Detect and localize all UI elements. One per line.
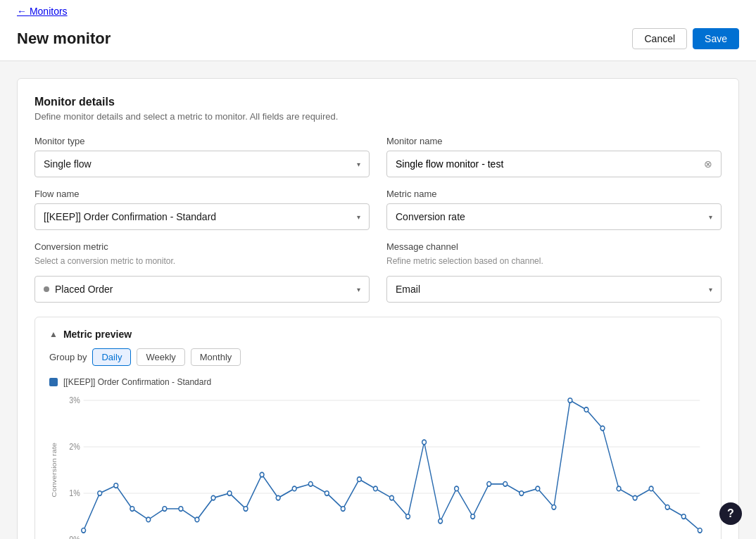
data-point	[308, 482, 313, 487]
conversion-metric-value: Placed Order	[55, 284, 113, 295]
form-grid: Monitor type Single flow ▾ Monitor name …	[34, 136, 722, 303]
metric-name-value: Conversion rate	[396, 211, 465, 222]
data-point	[681, 514, 686, 519]
cancel-button[interactable]: Cancel	[632, 28, 687, 49]
data-point	[390, 495, 394, 500]
data-point	[455, 486, 459, 491]
chevron-down-icon: ▾	[357, 286, 360, 293]
conversion-metric-help: Select a conversion metric to monitor.	[34, 256, 370, 266]
data-point	[422, 440, 427, 445]
group-daily-button[interactable]: Daily	[92, 348, 131, 366]
group-by-controls: Group by Daily Weekly Monthly	[49, 348, 707, 366]
monitor-name-input[interactable]	[396, 158, 704, 170]
legend-label: [[KEEP]] Order Confirmation - Standard	[63, 377, 211, 387]
collapse-icon[interactable]: ▲	[49, 329, 58, 339]
svg-text:0%: 0%	[69, 535, 80, 539]
data-point	[373, 486, 377, 491]
svg-text:Conversion rate: Conversion rate	[50, 443, 57, 497]
data-point	[292, 486, 296, 491]
metric-preview-card: ▲ Metric preview Group by Daily Weekly M…	[34, 317, 722, 539]
help-button[interactable]: ?	[719, 502, 742, 525]
metric-name-select[interactable]: Conversion rate ▾	[386, 203, 722, 230]
monitor-type-value: Single flow	[44, 158, 92, 170]
data-point	[698, 528, 702, 533]
data-point	[82, 528, 86, 533]
data-point	[519, 491, 524, 496]
section-title: Monitor details	[34, 96, 722, 108]
svg-text:1%: 1%	[69, 489, 80, 498]
message-channel-value: Email	[396, 284, 420, 295]
legend-color-swatch	[49, 378, 58, 386]
back-label: Monitors	[30, 6, 68, 17]
metric-preview-title: Metric preview	[63, 329, 132, 340]
placed-order-dot	[44, 286, 49, 292]
data-point	[471, 514, 475, 519]
chart-container: 3% 2% 1% 0% Conversion rate	[49, 393, 707, 539]
message-channel-label: Message channel	[386, 241, 722, 252]
flow-name-group: Flow name [[KEEP]] Order Confirmation - …	[34, 189, 370, 230]
data-point	[146, 517, 151, 522]
svg-text:2%: 2%	[69, 443, 80, 452]
data-point	[503, 482, 508, 487]
page-title: New monitor	[17, 30, 111, 48]
data-point	[357, 477, 361, 482]
data-point	[600, 426, 605, 431]
section-subtitle: Define monitor details and select a metr…	[34, 111, 722, 122]
metric-name-group: Metric name Conversion rate ▾	[386, 189, 722, 230]
data-point	[633, 495, 637, 500]
data-point	[552, 505, 556, 510]
data-point	[276, 495, 280, 500]
monitor-type-label: Monitor type	[34, 136, 370, 146]
header-actions: Cancel Save	[632, 28, 739, 49]
clear-icon[interactable]: ⊗	[704, 158, 712, 170]
conversion-metric-select[interactable]: Placed Order ▾	[34, 276, 370, 303]
monitor-name-label: Monitor name	[386, 136, 722, 146]
data-point	[179, 507, 183, 512]
message-channel-group: Message channel Refine metric selection …	[386, 241, 722, 303]
data-point	[195, 517, 199, 522]
group-weekly-button[interactable]: Weekly	[137, 348, 184, 366]
data-point	[568, 398, 572, 403]
monitor-name-field-wrapper: ⊗	[386, 151, 722, 177]
chart-legend: [[KEEP]] Order Confirmation - Standard	[49, 377, 707, 387]
data-point	[649, 486, 653, 491]
flow-name-select[interactable]: [[KEEP]] Order Confirmation - Standard ▾	[34, 203, 370, 230]
back-arrow: ←	[17, 6, 30, 17]
data-point	[487, 482, 491, 487]
monitor-type-select[interactable]: Single flow ▾	[34, 151, 370, 177]
data-point	[406, 514, 410, 519]
conversion-metric-value-wrapper: Placed Order	[44, 284, 113, 295]
flow-name-label: Flow name	[34, 189, 370, 199]
flow-name-value: [[KEEP]] Order Confirmation - Standard	[44, 211, 216, 222]
data-point	[584, 407, 588, 412]
chart-line	[84, 400, 700, 531]
data-point	[227, 491, 232, 496]
data-point	[260, 472, 264, 477]
back-link[interactable]: ← Monitors	[17, 6, 68, 17]
monitor-details-card: Monitor details Define monitor details a…	[17, 78, 739, 539]
main-content: Monitor details Define monitor details a…	[0, 61, 756, 539]
group-monthly-button[interactable]: Monthly	[191, 348, 241, 366]
data-point	[439, 519, 443, 524]
metric-name-label: Metric name	[386, 189, 722, 199]
monitor-name-group: Monitor name ⊗	[386, 136, 722, 177]
data-point	[244, 507, 248, 512]
chevron-down-icon: ▾	[357, 213, 360, 221]
data-point	[114, 483, 118, 488]
data-point	[536, 486, 540, 491]
data-point	[130, 507, 134, 512]
data-point	[211, 495, 215, 500]
chevron-down-icon: ▾	[709, 213, 712, 221]
conversion-metric-label: Conversion metric	[34, 241, 370, 252]
svg-text:3%: 3%	[69, 396, 80, 405]
data-point	[665, 505, 669, 510]
line-chart: 3% 2% 1% 0% Conversion rate	[49, 393, 707, 539]
conversion-metric-group: Conversion metric Select a conversion me…	[34, 241, 370, 303]
message-channel-select[interactable]: Email ▾	[386, 276, 722, 303]
data-point	[98, 491, 102, 496]
save-button[interactable]: Save	[693, 28, 739, 49]
metric-preview-header: ▲ Metric preview	[49, 329, 707, 340]
monitor-type-group: Monitor type Single flow ▾	[34, 136, 370, 177]
data-point	[163, 507, 167, 512]
data-point	[341, 507, 345, 512]
